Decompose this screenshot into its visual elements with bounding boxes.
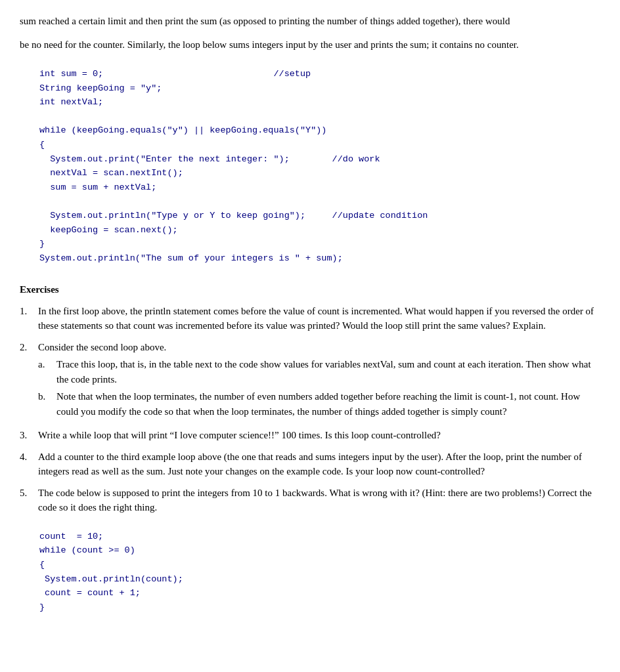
code-line (39, 110, 581, 124)
code-line: { (39, 138, 581, 152)
exercise-item-3: 3. Write a while loop that will print “I… (20, 428, 600, 443)
code-line: while (keepGoing.equals("y") || keepGoin… (39, 123, 581, 138)
code-block-1: int sum = 0; //setup String keepGoing = … (20, 60, 600, 272)
exercise-number-5: 5. (20, 486, 38, 501)
sub-letter-2b: b. (38, 389, 56, 404)
code-line: } (39, 237, 581, 251)
code-line: int nextVal; (39, 95, 581, 110)
code-line: System.out.println("Type y or Y to keep … (39, 209, 581, 223)
code-line: count = count + 1; (39, 586, 581, 600)
sub-list-2: a. Trace this loop, that is, in the tabl… (38, 357, 600, 419)
sub-content-2b: Note that when the loop terminates, the … (56, 389, 600, 419)
code-line: { (39, 558, 581, 572)
exercise-content-4: Add a counter to the third example loop … (38, 450, 600, 479)
code-line: while (count >= 0) (39, 543, 581, 558)
sub-item-2b: b. Note that when the loop terminates, t… (38, 389, 600, 419)
code-line: nextVal = scan.nextInt(); (39, 166, 581, 180)
code-line: keepGoing = scan.next(); (39, 223, 581, 238)
code-line: String keepGoing = "y"; (39, 81, 581, 96)
code-line: System.out.println("The sum of your inte… (39, 251, 581, 266)
sub-item-2a: a. Trace this loop, that is, in the tabl… (38, 357, 600, 387)
exercise-item-5: 5. The code below is supposed to print t… (20, 486, 600, 515)
code-block-2: count = 10; while (count >= 0) { System.… (20, 523, 600, 621)
code-line: } (39, 600, 581, 615)
exercise-number-3: 3. (20, 428, 38, 443)
exercise-number-4: 4. (20, 450, 38, 465)
intro-para1: sum reached a certain limit and then pri… (20, 13, 600, 29)
exercise-item-4: 4. Add a counter to the third example lo… (20, 450, 600, 479)
exercise-item-2: 2. Consider the second loop above. a. Tr… (20, 340, 600, 422)
code-line (39, 194, 581, 209)
code-line: count = 10; (39, 530, 581, 544)
exercise-list: 1. In the first loop above, the println … (20, 304, 600, 515)
exercise-content-2: Consider the second loop above. a. Trace… (38, 340, 600, 422)
sub-letter-2a: a. (38, 357, 56, 372)
exercise-number-2: 2. (20, 340, 38, 355)
code-line: System.out.print("Enter the next integer… (39, 152, 581, 167)
exercise-content-5: The code below is supposed to print the … (38, 486, 600, 515)
exercise-content-3: Write a while loop that will print “I lo… (38, 428, 600, 443)
exercise-2-text: Consider the second loop above. (38, 342, 166, 352)
exercise-content-1: In the first loop above, the println sta… (38, 304, 600, 333)
exercise-item-1: 1. In the first loop above, the println … (20, 304, 600, 333)
code-line: System.out.println(count); (39, 572, 581, 587)
code-line: sum = sum + nextVal; (39, 180, 581, 195)
sub-content-2a: Trace this loop, that is, in the table n… (56, 357, 600, 387)
exercises-heading: Exercises (20, 282, 600, 297)
code-line: int sum = 0; //setup (39, 67, 581, 81)
exercise-number-1: 1. (20, 304, 38, 319)
intro-para2: be no need for the counter. Similarly, t… (20, 37, 600, 52)
